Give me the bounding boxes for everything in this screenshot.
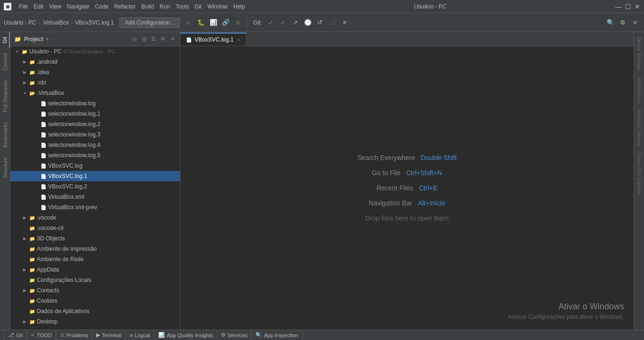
- minimize-button[interactable]: —: [616, 4, 621, 9]
- statusbar-git[interactable]: ⎇ Git: [4, 330, 27, 340]
- menu-help[interactable]: Help: [233, 3, 245, 10]
- list-item[interactable]: 📁 Ambiente de Rede: [10, 254, 180, 264]
- search-everywhere-icon[interactable]: 🔍: [605, 17, 616, 28]
- list-item[interactable]: 📄 selectorwindow.log.3: [10, 129, 180, 140]
- git-history-icon[interactable]: 🕐: [303, 17, 313, 28]
- folder-icon: 📁: [29, 214, 35, 221]
- menu-edit[interactable]: Edit: [34, 3, 43, 10]
- statusbar-terminal[interactable]: ▶ Terminal: [93, 330, 126, 340]
- statusbar-terminal-label: Terminal: [102, 332, 122, 338]
- folder-icon: 📁: [29, 287, 35, 294]
- breadcrumb-file: VBoxSVC.log.1: [75, 19, 114, 26]
- attach-button[interactable]: 🔗: [220, 17, 231, 28]
- sidebar-device-manager[interactable]: Device Manager: [636, 34, 643, 74]
- list-item[interactable]: 📄 selectorwindow.log.5: [10, 150, 180, 161]
- list-item[interactable]: 📄 VBoxSVC.log.1: [10, 171, 180, 181]
- list-item[interactable]: 📄 selectorwindow.log.4: [10, 140, 180, 150]
- list-item[interactable]: 📁 Configurações Locais: [10, 275, 180, 285]
- git-revert-icon[interactable]: ↺: [315, 17, 325, 28]
- tree-expand-icon[interactable]: ☰: [150, 35, 157, 43]
- profile-button[interactable]: 📊: [208, 17, 219, 28]
- tree-settings-icon[interactable]: ⚙: [159, 35, 167, 43]
- list-item[interactable]: ▶ 📁 3D Objects: [10, 233, 180, 244]
- statusbar-todo[interactable]: ✓ TODO: [27, 330, 56, 340]
- statusbar-services[interactable]: ⚙ Services: [217, 330, 252, 340]
- sidebar-tab-bookmarks[interactable]: Bookmarks: [0, 117, 10, 153]
- list-item[interactable]: ▶ 📁 AppData: [10, 264, 180, 275]
- debug-button[interactable]: 🐛: [196, 17, 206, 28]
- tree-close-icon[interactable]: ✕: [169, 35, 176, 43]
- sidebar-tab-structure[interactable]: Structure: [0, 153, 10, 183]
- menu-tools[interactable]: Tools: [176, 3, 189, 10]
- problems-icon: ⚠: [60, 332, 65, 338]
- project-folder-icon: 📁: [14, 36, 21, 42]
- menu-navigate[interactable]: Navigate: [67, 3, 89, 10]
- menu-view[interactable]: View: [49, 3, 61, 10]
- sidebar-notifications[interactable]: Notifications: [636, 75, 643, 106]
- list-item[interactable]: ▶ 📁 Desktop: [10, 316, 180, 327]
- maximize-button[interactable]: ☐: [625, 4, 631, 9]
- list-item[interactable]: 📄 VBoxSVC.log.2: [10, 181, 180, 192]
- git-action3[interactable]: ≡: [339, 17, 350, 28]
- statusbar-todo-label: TODO: [37, 332, 52, 338]
- list-item[interactable]: 📄 VirtualBox.xml-prev: [10, 202, 180, 212]
- file-log-icon: 📄: [40, 142, 47, 148]
- tree-collapse-icon[interactable]: ⊟: [140, 35, 148, 43]
- menu-build[interactable]: Build: [141, 3, 154, 10]
- hint-goto-label: Go to File: [372, 169, 401, 177]
- list-item[interactable]: ▶ 📁 Contacts: [10, 285, 180, 296]
- list-item[interactable]: 📁 Cookies: [10, 296, 180, 306]
- menu-run[interactable]: Run: [160, 3, 170, 10]
- expand-arrow: ▶: [22, 69, 27, 75]
- run-button[interactable]: ▶: [184, 17, 194, 28]
- menu-git[interactable]: Git: [195, 3, 202, 10]
- sidebar-tab-commit[interactable]: Commit: [0, 48, 10, 76]
- list-item[interactable]: 📄 VirtualBox.xml: [10, 192, 180, 202]
- list-item[interactable]: ▶ 📁 .vscode: [10, 212, 180, 223]
- sidebar-tab-pull-requests[interactable]: Pull Requests: [0, 76, 10, 117]
- file-log-icon: 📄: [40, 162, 47, 169]
- list-item[interactable]: 📁 Ambiente de Impressão: [10, 244, 180, 254]
- list-item[interactable]: ▶ 📁 .nbi: [10, 77, 180, 88]
- sidebar-running-devices[interactable]: Running Devices: [636, 107, 643, 149]
- list-item[interactable]: ▶ 📁 .idea: [10, 67, 180, 77]
- list-item[interactable]: 📄 selectorwindow.log.2: [10, 119, 180, 129]
- statusbar-app-quality[interactable]: 📊 App Quality Insights: [154, 330, 217, 340]
- hint-search: Search Everywhere Double Shift: [357, 154, 457, 162]
- sidebar-tab-git[interactable]: Git: [0, 32, 10, 48]
- list-item[interactable]: ▶ 📁 .android: [10, 57, 180, 67]
- git-action2[interactable]: ⎇: [327, 17, 338, 28]
- toolbar-separator: [247, 18, 247, 27]
- list-item[interactable]: 📁 Dados de Aplicativos: [10, 306, 180, 316]
- tab-close-button[interactable]: ✕: [237, 37, 240, 42]
- menu-code[interactable]: Code: [95, 3, 109, 10]
- statusbar-problems[interactable]: ⚠ Problems: [56, 330, 93, 340]
- menu-file[interactable]: File: [19, 3, 28, 10]
- tree-locate-icon[interactable]: ◎: [131, 35, 138, 43]
- menu-refactor[interactable]: Refactor: [114, 3, 136, 10]
- list-item[interactable]: 📄 VBoxSVC.log: [10, 161, 180, 171]
- tree-panel-arrow: ▾: [46, 36, 49, 42]
- list-item[interactable]: 📁 .vscode-cli: [10, 223, 180, 233]
- git-check1-icon[interactable]: ✓: [266, 17, 276, 28]
- tree-body[interactable]: ▾ 📁 Usuário - PC C:\Users\Usuário - PC ▶…: [10, 46, 180, 330]
- stop-button[interactable]: ⏹: [233, 17, 243, 28]
- expand-arrow: ▾: [22, 90, 27, 96]
- list-item[interactable]: 📄 selectorwindow.log: [10, 98, 180, 109]
- editor-tab-active[interactable]: 📄 VBoxSVC.log.1 ✕: [180, 33, 246, 46]
- tree-root[interactable]: ▾ 📁 Usuário - PC C:\Users\Usuário - PC: [10, 46, 180, 57]
- menu-window[interactable]: Window: [207, 3, 228, 10]
- settings-icon[interactable]: ⚙: [618, 17, 628, 28]
- more-options-icon[interactable]: ≡: [630, 17, 640, 28]
- statusbar-app-inspection[interactable]: 🔍 App Inspection: [252, 330, 303, 340]
- git-push-icon[interactable]: ↗: [290, 17, 301, 28]
- close-button[interactable]: ✕: [635, 4, 640, 9]
- folder-icon: 📁: [29, 318, 35, 325]
- git-check2-icon[interactable]: ✓: [278, 17, 288, 28]
- statusbar-logcat[interactable]: ≡ Logcat: [126, 330, 154, 340]
- list-item[interactable]: ▾ 📂 .VirtualBox: [10, 88, 180, 98]
- list-item[interactable]: 📄 selectorwindow.log.1: [10, 109, 180, 119]
- add-configuration-button[interactable]: Add Configuration...: [119, 17, 180, 28]
- file-log-icon: 📄: [40, 131, 47, 138]
- sidebar-device-file-explorer[interactable]: Device File Explorer: [636, 150, 643, 197]
